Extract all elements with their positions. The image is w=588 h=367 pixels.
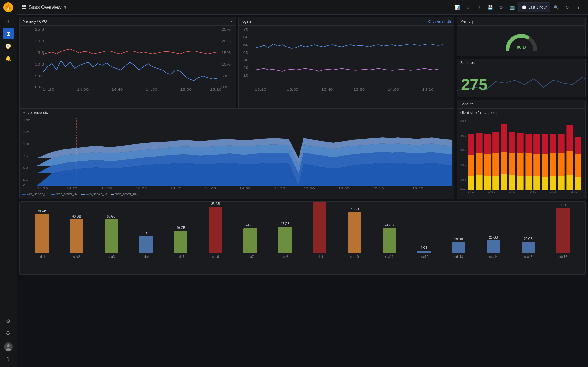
sidebar-item-explore[interactable]: 🧭 [3, 40, 14, 51]
disk-bar-label-sda5: 40 GB [176, 226, 185, 229]
svg-text:14:25: 14:25 [66, 187, 78, 190]
logouts-header: Logouts [457, 100, 585, 108]
svg-text:15:00: 15:00 [303, 187, 315, 190]
disk-bar-name-sda7: sda7 [247, 255, 254, 259]
disk-bar-label-sda14: 22 GB [489, 236, 498, 239]
svg-text:4.0 s: 4.0 s [460, 134, 466, 137]
disk-bar-sda4: 30 GB sda4 [139, 232, 153, 259]
disk-bar-name-sda2: sda2 [73, 255, 80, 259]
svg-text:25%: 25% [221, 28, 231, 32]
svg-rect-100 [550, 134, 556, 153]
grid-icon [22, 5, 26, 9]
svg-rect-87 [517, 153, 524, 176]
sidebar-item-settings[interactable]: ⚙ [3, 316, 14, 327]
dropdown-icon[interactable]: ▾ [231, 20, 232, 23]
dashboard-title: Stats Overview [28, 5, 62, 10]
svg-rect-105 [566, 151, 573, 175]
disk-bar-name-sda5: sda5 [178, 255, 184, 259]
star-button[interactable]: ☆ [463, 2, 473, 12]
disk-bar-label-sda12: 4 GB [420, 246, 428, 249]
svg-text:13:50: 13:50 [353, 88, 364, 91]
chart-button[interactable]: 📊 [452, 2, 462, 12]
row-2: server requests 150 125 100 75 50 25 0 [19, 108, 586, 199]
svg-rect-75 [484, 154, 491, 176]
logins-chart: 70 60 50 40 30 20 10 13:20 13:30 13:40 1… [241, 27, 452, 91]
svg-text:10 B: 10 B [35, 63, 44, 66]
settings-button[interactable]: ⚙ [496, 2, 506, 12]
sidebar-item-alerts[interactable]: 🔔 [3, 53, 14, 64]
disk-bar-sda13: 19 GB sda13 [452, 238, 466, 259]
server-requests-legend: web_server_01 web_server_02 web_server_0… [20, 192, 139, 196]
sign-ups-content: 275 [457, 67, 585, 96]
memory-gauge-header: Memory [457, 17, 585, 26]
svg-rect-99 [550, 153, 556, 176]
share-button[interactable]: ⤴ [474, 2, 484, 12]
memory-cpu-header: Memory / CPU ▾ [20, 17, 236, 26]
svg-rect-70 [468, 134, 474, 155]
page-load-header: client side full page load [457, 109, 585, 117]
svg-text:15%: 15% [221, 51, 231, 55]
svg-text:2.0 s: 2.0 s [460, 164, 466, 167]
disk-bar-rect-sda8 [278, 227, 292, 253]
time-range-label: Last 1 hour [528, 5, 547, 9]
sidebar-item-avatar[interactable] [3, 341, 14, 352]
disk-bar-rect-sda5 [174, 231, 187, 253]
sidebar: 🔥 + ⊞ 🧭 🔔 ⚙ 🛡 ? [0, 0, 17, 367]
disk-bar-sda14: 22 GB sda14 [487, 236, 500, 259]
svg-text:15:00: 15:00 [550, 190, 557, 193]
disk-bar-label-sda16: 81 GB [559, 203, 567, 207]
svg-rect-102 [558, 153, 565, 176]
dropdown-arrow[interactable]: ▾ [64, 4, 66, 10]
disk-bar-name-sda11: sda11 [385, 255, 393, 259]
sidebar-item-shield[interactable]: 🛡 [3, 328, 14, 339]
disk-bar-sda6: 83 GB sda6 [209, 202, 222, 259]
disk-bar-sda8: 47 GB sda8 [278, 222, 292, 259]
sidebar-item-help[interactable]: ? [3, 354, 14, 365]
svg-text:15:10: 15:10 [210, 88, 221, 91]
disk-bar-sda10: 73 GB sda10 [348, 208, 361, 259]
ws2-dot [51, 194, 55, 195]
svg-rect-103 [558, 134, 565, 153]
logouts-title: Logouts [460, 102, 473, 106]
disk-bar-name-sda1: sda1 [39, 255, 45, 259]
svg-text:60: 60 [243, 36, 248, 39]
svg-rect-74 [484, 176, 491, 190]
svg-rect-96 [542, 154, 548, 177]
legend-ws1: web_server_01 [22, 192, 48, 196]
svg-rect-90 [525, 153, 532, 176]
disk-bar-name-sda9: sda9 [316, 255, 323, 259]
svg-rect-82 [501, 124, 507, 152]
search-button[interactable]: 🔍 [551, 2, 561, 12]
disk-bar-label-sda15: 20 GB [524, 237, 533, 240]
server-requests-header: server requests [20, 109, 454, 117]
svg-text:14:20: 14:20 [43, 88, 54, 91]
disk-bar-rect-sda4 [139, 236, 153, 253]
refresh-button[interactable]: ↻ [562, 2, 572, 12]
disk-bar-sda16: 81 GB sda16 [556, 203, 570, 259]
svg-text:0: 0 [23, 184, 25, 187]
page-load-content: 5.0 s 4.0 s 3.0 s 2.0 s 1.0 s 0 ms [457, 117, 585, 198]
svg-text:13:40: 13:40 [321, 88, 332, 91]
refresh-dropdown[interactable]: ▾ [573, 2, 583, 12]
ws3-dot [81, 194, 85, 195]
svg-rect-85 [509, 132, 515, 153]
disk-bar-label-sda13: 19 GB [454, 238, 463, 241]
svg-text:0 ms: 0 ms [460, 188, 466, 191]
time-range-picker[interactable]: 🕐 Last 1 hour [518, 2, 550, 12]
svg-text:14:50: 14:50 [239, 187, 251, 190]
svg-rect-97 [542, 134, 548, 154]
svg-text:10%: 10% [221, 63, 231, 66]
save-button[interactable]: 💾 [485, 2, 495, 12]
disk-bars: 70 GB sda1 60 GB sda2 60 GB sda3 30 GB s… [24, 205, 580, 260]
disk-bar-label-sda11: 44 GB [385, 224, 394, 227]
memory-gauge-title: Memory [460, 19, 473, 24]
svg-text:20%: 20% [221, 40, 231, 43]
tv-button[interactable]: 📺 [507, 2, 517, 12]
svg-text:40: 40 [243, 51, 248, 55]
sidebar-item-dashboard[interactable]: ⊞ [3, 28, 14, 39]
dashboard-content: Memory / CPU ▾ 25 B 20 B 15 B 10 B 5 B 0… [17, 15, 588, 367]
svg-text:100: 100 [23, 142, 31, 146]
app-logo[interactable]: 🔥 [3, 2, 13, 12]
sidebar-item-add[interactable]: + [3, 16, 14, 27]
disk-bar-sda5: 40 GB sda5 [174, 226, 187, 259]
